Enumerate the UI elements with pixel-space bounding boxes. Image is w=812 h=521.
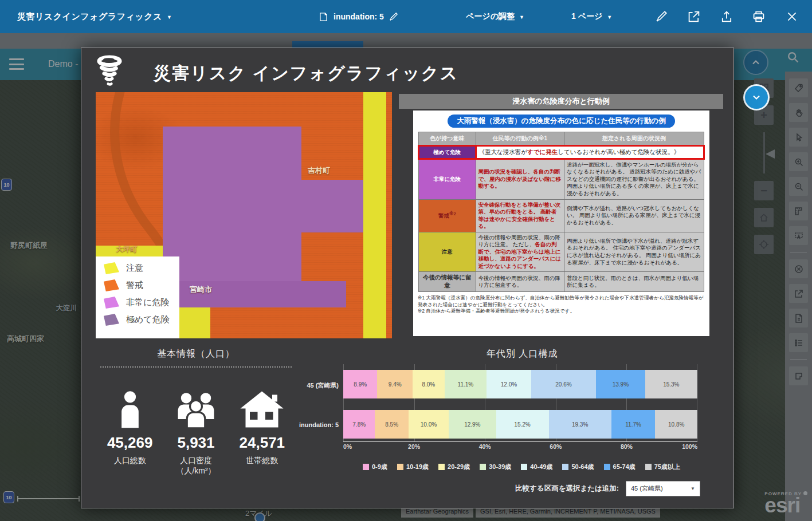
risk-table-header: 浸水害の危険度分布と行動例 bbox=[399, 94, 723, 109]
stat-population-density: 5,931 人口密度（人/km²） bbox=[163, 377, 229, 476]
risk-action-table: 色が持つ意味 住民等の行動の例※1 想定される周囲の状況例 極めて危険 《重大な… bbox=[418, 132, 705, 292]
bar-segment: 12.9% bbox=[449, 410, 496, 439]
export-button[interactable] bbox=[685, 8, 703, 25]
axis-tick-label: 100% bbox=[682, 443, 697, 450]
legend-chip bbox=[562, 464, 568, 470]
column-header: 住民等の行動の例※1 bbox=[476, 132, 564, 146]
bar-segment: 8.5% bbox=[375, 410, 408, 439]
axis-tick-label: 80% bbox=[621, 443, 633, 450]
chart-legend-item: 30-39歳 bbox=[480, 463, 511, 471]
column-header: 想定される周囲の状況例 bbox=[564, 132, 704, 146]
stacked-bar: 8.9% 9.4% 8.0% 11.1% 12.0% 20.6% 13.9% 1… bbox=[343, 370, 697, 398]
legend-chip bbox=[480, 464, 486, 470]
bar-segment: 11.1% bbox=[445, 370, 487, 398]
bar-segment: 10.0% bbox=[409, 410, 449, 439]
risk-action-text: 周囲の状況を確認し、各自の判断で、屋内の浸水が及ばない階に移動する。 bbox=[478, 168, 561, 189]
risk-table-footnotes: ※1 大雨警報（浸水害）の危険度分布に関わらず、自治体から避難勧告等が発令された… bbox=[418, 295, 705, 315]
risk-table-subtitle: 大雨警報（浸水害）の危険度分布の色に応じた住民等の行動の例 bbox=[448, 115, 675, 128]
risk-level-cell: 注意 bbox=[419, 232, 476, 272]
population-stats: 45,269 人口総数 5,931 人口密度（人/km²） 24,571 世帯総… bbox=[97, 377, 295, 476]
axis-tick-label: 40% bbox=[479, 443, 491, 450]
document-label: inundation: 5 bbox=[334, 12, 384, 21]
risk-action-text: 今後の情報や周囲の状況、雨の降り方に留意する。 bbox=[476, 272, 564, 292]
chart-title: 年代別 人口構成 bbox=[345, 348, 699, 360]
map-town-label: 吉村町 bbox=[308, 165, 330, 176]
legend-item: 注意 bbox=[104, 262, 179, 274]
legend-item: 警戒 bbox=[104, 279, 179, 291]
bar-segment: 8.9% bbox=[343, 370, 377, 398]
bar-segment: 10.8% bbox=[655, 410, 697, 439]
stat-label: 世帯総数 bbox=[246, 455, 278, 465]
share-upload-button[interactable] bbox=[717, 8, 736, 25]
chevron-down-icon: ▼ bbox=[607, 14, 612, 20]
chart-legend: 0-9歳 10-19歳 20-29歳 30-39歳 40-49歳 50-64歳 … bbox=[338, 463, 705, 471]
edit-button[interactable] bbox=[652, 8, 670, 25]
axis-tick-label: 60% bbox=[550, 443, 562, 450]
stat-label: 人口総数 bbox=[114, 455, 146, 465]
chart-legend-item: 10-19歳 bbox=[397, 463, 429, 471]
risk-situation-text: 道路が一面冠水し、側溝やマンホールの場所が分からなくなるおそれがある。 道路冠水… bbox=[564, 159, 704, 199]
risk-level-cell: 非常に危険 bbox=[419, 159, 476, 199]
risk-situation-text: 周囲より低い場所で側溝や下水が溢れ、道路が冠水するおそれがある。 住宅の地下室や… bbox=[564, 232, 704, 272]
chevron-down-icon: ▼ bbox=[167, 14, 172, 20]
bar-category-label: 45 (宮崎県) bbox=[274, 381, 339, 390]
bar-segment: 15.2% bbox=[496, 410, 549, 439]
page-adjust-menu[interactable]: ページの調整 ▼ bbox=[466, 0, 524, 33]
legend-label: 注意 bbox=[126, 263, 143, 274]
map-town-label: 大坪町 bbox=[116, 244, 137, 254]
bar-segment: 7.8% bbox=[343, 410, 375, 439]
compare-zone-value: 45 (宮崎県) bbox=[631, 484, 663, 493]
bar-segment: 11.7% bbox=[611, 410, 656, 439]
print-button[interactable] bbox=[750, 8, 768, 25]
expand-panel-button[interactable] bbox=[743, 84, 770, 110]
legend-item: 極めて危険 bbox=[104, 314, 179, 326]
page-select-menu[interactable]: 1 ページ ▼ bbox=[571, 0, 612, 33]
edit-pencil-icon[interactable] bbox=[389, 12, 398, 22]
risk-row-extreme: 極めて危険 《重大な浸水害がすでに発生しているおそれが高い極めて危険な状況。》 bbox=[419, 146, 704, 159]
chart-legend-item: 40-49歳 bbox=[521, 463, 552, 471]
bar-segment: 15.3% bbox=[645, 370, 697, 398]
risk-row-stay-informed: 今後の情報等に留意 今後の情報や周囲の状況、雨の降り方に留意する。 普段と同じ状… bbox=[419, 272, 704, 292]
compare-zone-label: 比較する区画を選択または追加: bbox=[515, 484, 619, 494]
infographic-title-menu[interactable]: 災害リスクインフォグラフィックス ▼ bbox=[17, 0, 172, 33]
map-legend: 注意 警戒 非常に危険 極めて危険 bbox=[96, 256, 179, 338]
dialog-title: 災害リスク インフォグラフィックス bbox=[154, 62, 458, 85]
legend-label: 非常に危険 bbox=[126, 297, 169, 308]
legend-swatch-warning bbox=[104, 279, 119, 291]
stacked-bar: 7.8% 8.5% 10.0% 12.9% 15.2% 19.3% 11.7% … bbox=[343, 410, 697, 439]
chart-legend-item: 0-9歳 bbox=[363, 463, 387, 471]
stat-total-population: 45,269 人口総数 bbox=[97, 377, 163, 476]
risk-map: 吉村町 宮崎市 大坪町 注意 警戒 非常に危険 極めて危険 bbox=[96, 92, 392, 338]
risk-text: しているおそれが高い極めて危険な状況。》 bbox=[558, 148, 680, 155]
bar-segment: 9.4% bbox=[377, 370, 413, 398]
chevron-down-icon: ▼ bbox=[519, 14, 524, 20]
stats-divider bbox=[100, 366, 292, 368]
risk-row-very-dangerous: 非常に危険 周囲の状況を確認し、各自の判断で、屋内の浸水が及ばない階に移動する。… bbox=[419, 159, 704, 199]
stat-value: 5,931 bbox=[177, 434, 214, 452]
risk-text-emphasis: すでに発生 bbox=[527, 148, 558, 155]
chart-legend-item: 65-74歳 bbox=[604, 463, 636, 471]
legend-chip bbox=[521, 464, 527, 470]
x-axis: 0% 20% 40% 60% 80% 100% bbox=[343, 443, 697, 452]
report-page-icon bbox=[318, 11, 329, 22]
risk-description-cell: 《重大な浸水害がすでに発生しているおそれが高い極めて危険な状況。》 bbox=[476, 146, 704, 159]
footnote-1: ※1 大雨警報（浸水害）の危険度分布に関わらず、自治体から避難勧告等が発令された… bbox=[418, 295, 705, 308]
risk-action-text: 安全確保行動をとる準備が整い次第、早めの行動をとる。 高齢者等は速やかに安全確保… bbox=[478, 202, 561, 230]
legend-label: 警戒 bbox=[126, 280, 143, 291]
compare-zone-select[interactable]: 45 (宮崎県) ▼ bbox=[626, 481, 700, 496]
print-preview-topbar: 災害リスクインフォグラフィックス ▼ inundation: 5 ページの調整 … bbox=[0, 0, 812, 33]
age-composition-chart: 45 (宮崎県) inundation: 5 8.9% 9.4% 8.0% 11… bbox=[343, 364, 697, 442]
legend-chip bbox=[438, 464, 445, 470]
map-zone-caution bbox=[363, 92, 386, 338]
map-city-label: 宮崎市 bbox=[190, 285, 212, 295]
risk-level-cell: 極めて危険 bbox=[419, 146, 476, 159]
chart-legend-item: 20-29歳 bbox=[438, 463, 470, 471]
legend-chip bbox=[397, 464, 403, 470]
stat-value: 24,571 bbox=[240, 434, 285, 452]
risk-table-panel: 大雨警報（浸水害）の危険度分布の色に応じた住民等の行動の例 色が持つ意味 住民等… bbox=[413, 110, 709, 336]
document-label-group: inundation: 5 bbox=[318, 0, 398, 33]
axis-tick-label: 0% bbox=[343, 443, 352, 450]
risk-level-cell: 警戒※2 bbox=[419, 199, 476, 232]
close-button[interactable] bbox=[783, 8, 801, 25]
legend-chip bbox=[604, 464, 610, 470]
